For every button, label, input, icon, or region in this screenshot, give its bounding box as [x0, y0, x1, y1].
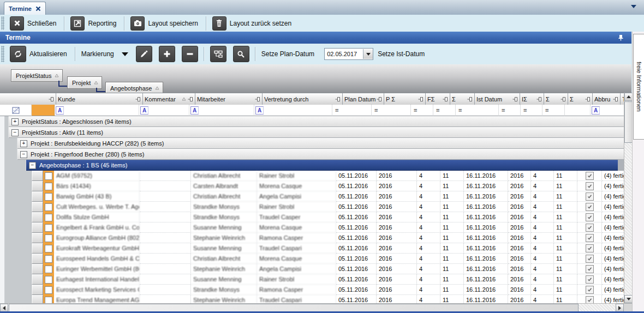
cell-p_jahr[interactable]: 2016 — [377, 222, 417, 233]
cell-vertretung[interactable]: Angela Campisi — [257, 191, 336, 202]
cell-plan_datum[interactable]: 05.11.2016 — [336, 295, 377, 303]
cell-f_monat[interactable]: 4 — [417, 264, 440, 274]
expand-icon[interactable]: + — [11, 118, 19, 125]
cell-ist_datum[interactable]: 16.11.2016 — [464, 191, 508, 202]
group-row[interactable]: +ProjektStatus : Abgeschlossen (94 items… — [0, 116, 624, 127]
row-indicator[interactable] — [32, 254, 43, 264]
cell-abbru[interactable] — [577, 191, 602, 202]
edit-button[interactable] — [136, 46, 152, 62]
cell-vertretung[interactable]: Rainer Strobl — [257, 274, 336, 285]
cell-ist_datum[interactable]: 16.11.2016 — [464, 274, 508, 285]
filter-cell-kunde[interactable]: A — [55, 105, 139, 116]
filter-cell-p_jahr[interactable]: = — [372, 105, 411, 116]
cell-mitarbeiter[interactable]: Strandke Monsys — [191, 285, 257, 295]
cell-abbru[interactable] — [577, 222, 602, 233]
cell-plan_datum[interactable]: 05.11.2016 — [336, 254, 377, 264]
layout-save-button-label[interactable]: Layout speichern — [148, 20, 198, 27]
cell-vertretung[interactable]: Rainer Strobl — [257, 171, 336, 181]
pin-icon[interactable] — [585, 97, 591, 102]
cell-i_jahr[interactable]: 2016 — [508, 202, 531, 212]
cell-i_jahr[interactable]: 2016 — [508, 191, 531, 202]
cell-kunde[interactable]: Dollfa Stulze GmbH — [54, 212, 140, 222]
table-row[interactable]: Bärs (41434)Carsten AlbrandtMorena Casqu… — [0, 181, 624, 191]
pin-icon[interactable] — [377, 97, 382, 102]
row-checkbox[interactable] — [45, 193, 52, 201]
row-marker-cell[interactable] — [43, 202, 54, 212]
row-marker-cell[interactable] — [43, 212, 54, 222]
abbru-checkbox[interactable] — [586, 172, 594, 180]
filter-cell-kw[interactable]: = — [433, 105, 456, 116]
cell-i_monat[interactable]: 4 — [531, 212, 554, 222]
row-marker-cell[interactable] — [43, 222, 54, 233]
cell-abbru[interactable] — [577, 171, 602, 181]
cell-p_jahr[interactable]: 2016 — [377, 212, 417, 222]
table-row[interactable]: Engelbert & Frank GmbH u. Co KGSusanne M… — [0, 222, 624, 233]
table-row[interactable]: Euringer Werbemittel GmbH (86)Stephanie … — [0, 264, 624, 274]
filter-cell-i_kw[interactable]: = — [542, 105, 565, 116]
cell-kunde[interactable]: Europa Trend Management AG — [54, 295, 140, 303]
table-row[interactable]: Eurhagest International Handels AGSusann… — [0, 274, 624, 285]
cell-ist_datum[interactable]: 16.11.2016 — [464, 295, 508, 303]
table-row[interactable]: AGM (59752)Christian AlbrechtRainer Stro… — [0, 171, 624, 181]
cell-p_jahr[interactable]: 2016 — [377, 243, 417, 254]
cell-vertretung[interactable]: Angela Campisi — [257, 264, 336, 274]
cell-terminstatus[interactable]: (4) fertig verspätet — [602, 243, 624, 254]
cell-i_monat[interactable]: 4 — [531, 264, 554, 274]
cell-i_monat[interactable]: 4 — [531, 274, 554, 285]
cell-terminstatus[interactable]: (4) fertig verspätet — [602, 191, 624, 202]
abbru-checkbox[interactable] — [586, 255, 594, 263]
filter-indicator-cell[interactable] — [0, 105, 32, 116]
tab-list-dropdown-icon[interactable] — [631, 5, 636, 8]
row-checkbox[interactable] — [45, 224, 52, 232]
cell-kw[interactable]: 11 — [440, 274, 464, 285]
cell-abbru[interactable] — [577, 274, 602, 285]
cell-i_monat[interactable]: 4 — [531, 233, 554, 243]
cell-abbru[interactable] — [577, 243, 602, 254]
cell-i_kw[interactable]: 11 — [554, 181, 577, 191]
filter-cell-i_jahr[interactable]: = — [499, 105, 521, 116]
cell-vertretung[interactable]: Ramona Casper — [257, 233, 336, 243]
cell-plan_datum[interactable]: 05.11.2016 — [336, 222, 377, 233]
cell-kw[interactable]: 11 — [440, 254, 464, 264]
filter-cell-mitarbeiter[interactable]: A — [189, 105, 254, 116]
abbru-checkbox[interactable] — [586, 275, 594, 284]
cell-kw[interactable]: 11 — [440, 295, 464, 303]
vertical-scrollbar[interactable] — [624, 93, 633, 303]
pin-icon[interactable] — [188, 97, 193, 102]
cell-terminstatus[interactable]: (4) fertig verspätet — [602, 181, 624, 191]
column-header-i_kw[interactable]: Σ — [568, 93, 593, 105]
tree-view-button[interactable] — [210, 46, 226, 62]
column-header-kw[interactable]: Σ — [450, 93, 475, 105]
cell-i_kw[interactable]: 11 — [554, 191, 577, 202]
cell-mitarbeiter[interactable]: Christian Albrecht — [191, 254, 257, 264]
cell-mitarbeiter[interactable]: Stephanie Weinrich — [191, 233, 257, 243]
cell-i_kw[interactable]: 11 — [554, 171, 577, 181]
cell-i_kw[interactable]: 11 — [554, 212, 577, 222]
cell-kw[interactable]: 11 — [440, 181, 464, 191]
table-row[interactable]: Eurospect Marketing Services GmbHStrandk… — [0, 285, 624, 295]
filter-cell-i_monat[interactable]: = — [521, 105, 542, 116]
filter-cell-f_monat[interactable]: = — [411, 105, 433, 116]
pin-icon[interactable] — [135, 97, 141, 102]
row-checkbox[interactable] — [45, 183, 52, 190]
scroll-left-button[interactable] — [0, 304, 8, 312]
refresh-button[interactable] — [10, 46, 26, 62]
cell-i_kw[interactable]: 11 — [554, 233, 577, 243]
cell-kunde[interactable]: Barwig GmbH (43 B) — [54, 191, 140, 202]
cell-i_jahr[interactable]: 2016 — [508, 295, 531, 303]
cell-kw[interactable]: 11 — [440, 285, 464, 295]
cell-kunde[interactable]: Euringer Werbemittel GmbH (86) — [54, 264, 140, 274]
cell-kunde[interactable]: Bärs (41434) — [54, 181, 140, 191]
scroll-down-button[interactable] — [624, 295, 633, 303]
cell-kunde[interactable]: Cult Werbeges. u. Werbe T. Agentur (55) — [54, 202, 140, 212]
filter-cell-ist_datum[interactable]: = — [456, 105, 499, 116]
row-indicator[interactable] — [32, 171, 43, 181]
cell-vertretung[interactable]: Morena Casque — [257, 222, 336, 233]
row-checkbox[interactable] — [45, 245, 52, 252]
abbru-checkbox[interactable] — [586, 203, 594, 211]
pin-icon[interactable] — [512, 97, 518, 102]
abbru-checkbox[interactable] — [586, 265, 594, 273]
cell-mitarbeiter[interactable]: Strandke Monsys — [191, 212, 257, 222]
group-field-projekt[interactable]: Projekt — [67, 76, 102, 89]
cell-mitarbeiter[interactable]: Christian Albrecht — [191, 191, 257, 202]
